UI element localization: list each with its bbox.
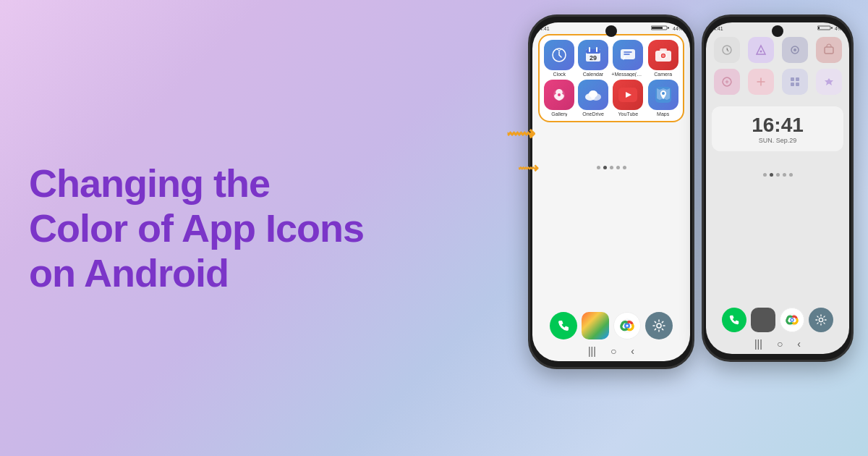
app-grid-highlighted: Clock 29 Calend <box>538 34 684 122</box>
p2-icon-7 <box>782 69 808 95</box>
app-icon-gallery[interactable]: Gallery <box>544 80 575 117</box>
phone-1-dock <box>550 312 673 339</box>
phone-1-notch <box>605 25 617 37</box>
p2-dot-2 <box>770 173 773 177</box>
phone-1: 4:41 44% <box>528 14 694 369</box>
svg-rect-1 <box>652 27 663 29</box>
phone-2-nav-bar: ||| ○ ‹ <box>754 338 801 350</box>
phone-2-app-row-2 <box>706 69 849 101</box>
p2-dock-settings[interactable] <box>809 308 833 332</box>
youtube-icon-img <box>613 80 643 110</box>
p2-icon-1 <box>714 37 740 63</box>
gallery-label: Gallery <box>551 111 567 117</box>
p2-app-3[interactable] <box>780 37 809 63</box>
page-indicators <box>532 166 690 169</box>
arrow-decoration-2: ⟿ <box>518 159 539 177</box>
gallery-icon-img <box>544 80 574 110</box>
dock-phone-icon[interactable] <box>550 312 577 339</box>
p2-nav-home[interactable]: ○ <box>777 338 783 350</box>
svg-point-35 <box>793 48 796 51</box>
dot-3 <box>610 166 613 169</box>
onedrive-label: OneDrive <box>582 111 604 117</box>
p2-nav-back[interactable]: ‹ <box>797 338 801 350</box>
dot-1 <box>597 166 600 169</box>
app-icon-maps[interactable]: Maps <box>647 80 678 117</box>
p2-icon-5 <box>714 69 740 95</box>
p2-app-2[interactable] <box>746 37 775 63</box>
p2-dock-chrome[interactable] <box>780 308 804 332</box>
nav-home[interactable]: ○ <box>610 345 616 357</box>
svg-marker-32 <box>757 46 765 54</box>
p2-icon-3 <box>782 37 808 63</box>
svg-point-18 <box>589 90 597 98</box>
dot-2 <box>603 166 607 169</box>
camera-icon-img <box>648 40 678 70</box>
svg-rect-2 <box>668 28 669 29</box>
onedrive-icon-img <box>578 80 608 110</box>
svg-rect-39 <box>791 83 794 86</box>
nav-back[interactable]: ‹ <box>631 345 634 357</box>
app-icon-clock[interactable]: Clock <box>544 40 575 77</box>
p2-app-4[interactable] <box>814 37 843 63</box>
messages-icon-img <box>613 40 643 70</box>
widget-date: SUN. Sep.29 <box>719 137 836 144</box>
svg-point-22 <box>662 92 665 95</box>
phone-1-screen: 4:41 44% <box>532 22 690 361</box>
p2-app-5[interactable] <box>712 69 741 95</box>
phones-container: 4:41 44% <box>528 14 854 369</box>
p2-app-1[interactable] <box>712 37 741 63</box>
clock-label: Clock <box>553 72 566 77</box>
p2-app-6[interactable] <box>746 69 775 95</box>
phone-2-page-indicators <box>706 173 849 177</box>
phone-2-notch <box>772 25 783 37</box>
p2-dock-phone[interactable] <box>722 308 746 332</box>
clock-icon-img <box>544 40 574 70</box>
nav-menu[interactable]: ||| <box>588 345 596 357</box>
arrow-decoration-1: ⟿ <box>506 122 535 145</box>
calendar-icon-img: 29 <box>578 40 608 70</box>
svg-rect-36 <box>825 47 833 54</box>
p2-dock-apps[interactable] <box>751 308 775 332</box>
p2-icon-2 <box>748 37 774 63</box>
app-icon-onedrive[interactable]: OneDrive <box>578 80 609 117</box>
svg-text:29: 29 <box>590 54 597 62</box>
dot-4 <box>616 166 620 169</box>
p2-app-8[interactable] <box>814 69 843 95</box>
svg-rect-40 <box>796 83 799 86</box>
p2-nav-menu[interactable]: ||| <box>754 338 762 350</box>
app-icon-calendar[interactable]: 29 Calendar <box>578 40 609 77</box>
p2-dot-1 <box>763 173 767 177</box>
dock-chrome-icon[interactable] <box>613 312 641 339</box>
svg-point-43 <box>791 319 793 321</box>
svg-rect-29 <box>818 27 820 29</box>
messages-label: +Message(SM... <box>611 72 644 77</box>
svg-rect-30 <box>831 28 833 29</box>
p2-icon-6 <box>748 69 774 95</box>
dot-5 <box>623 166 626 169</box>
phone-2-widget: 16:41 SUN. Sep.29 <box>712 106 843 151</box>
phone-2-dock <box>722 308 833 332</box>
phone-2-screen: 4:41 4% <box>706 22 849 354</box>
phone-1-time: 4:41 <box>540 26 550 31</box>
svg-point-26 <box>626 325 629 327</box>
app-icon-camera[interactable]: Camera <box>647 40 678 77</box>
maps-label: Maps <box>657 111 669 117</box>
phone-2-battery: 4% <box>817 25 842 31</box>
phone-2-time: 4:41 <box>713 26 723 31</box>
svg-rect-38 <box>796 77 799 81</box>
app-icon-messages[interactable]: +Message(SM... <box>611 40 644 77</box>
svg-rect-37 <box>791 77 794 81</box>
camera-label: Camera <box>654 72 672 77</box>
svg-rect-5 <box>586 49 600 54</box>
p2-app-7[interactable] <box>780 69 809 95</box>
dock-apps-icon[interactable] <box>582 312 609 339</box>
left-content: Changing the Color of App Icons on Andro… <box>29 161 376 295</box>
app-icon-youtube[interactable]: YouTube <box>611 80 644 117</box>
app-grid-row1: Clock 29 Calend <box>544 40 678 117</box>
p2-icon-4 <box>816 37 842 63</box>
page-title: Changing the Color of App Icons on Andro… <box>29 161 376 295</box>
dock-settings-icon[interactable] <box>645 312 673 339</box>
phone-1-battery: 44% <box>651 25 683 31</box>
svg-point-44 <box>819 318 822 321</box>
svg-point-33 <box>760 51 762 53</box>
